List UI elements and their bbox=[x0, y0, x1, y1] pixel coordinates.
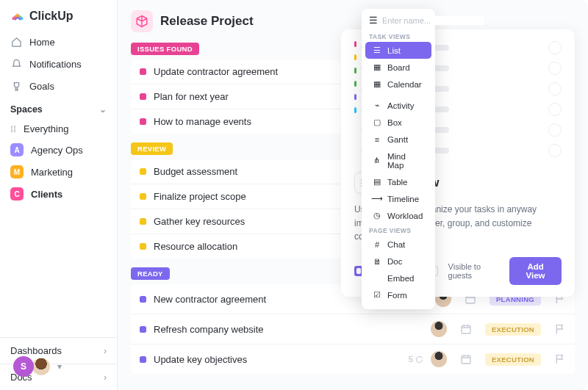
view-option-label: Calendar bbox=[387, 80, 422, 89]
status-pill[interactable]: REVIEW bbox=[131, 142, 173, 155]
view-option-workload[interactable]: ◷Workload bbox=[365, 207, 431, 224]
workload-icon: ◷ bbox=[373, 212, 381, 220]
user-avatar-stack[interactable]: S ▾ bbox=[13, 356, 62, 377]
view-option-doc[interactable]: 🗎Doc bbox=[365, 253, 431, 270]
clickup-logo-icon bbox=[10, 9, 25, 24]
view-option-embed[interactable]: Embed bbox=[365, 270, 431, 286]
view-option-mind-map[interactable]: ⋔Mind Map bbox=[365, 148, 431, 173]
task-list: New contractor agreement PLANNING Refres… bbox=[131, 284, 575, 374]
embed-icon bbox=[373, 274, 381, 283]
view-name-input[interactable] bbox=[382, 16, 484, 25]
task-row[interactable]: Update key objectives 5 EXECUTION bbox=[131, 344, 575, 374]
brand-logo[interactable]: ClickUp bbox=[0, 0, 117, 31]
chevron-right-icon: › bbox=[104, 372, 107, 383]
project-title: Release Project bbox=[160, 14, 254, 29]
activity-icon: ⌁ bbox=[373, 101, 381, 110]
task-row[interactable]: Refresh company website EXECUTION bbox=[131, 314, 575, 344]
view-option-label: Doc bbox=[387, 257, 402, 266]
status-pill[interactable]: READY bbox=[131, 267, 170, 280]
status-square bbox=[140, 68, 146, 75]
chevron-right-icon: › bbox=[104, 346, 107, 356]
stage-pill[interactable]: EXECUTION bbox=[485, 353, 541, 366]
main-content: Release Project ISSUES FOUND Update cont… bbox=[118, 0, 588, 390]
status-square bbox=[140, 243, 146, 250]
status-square bbox=[140, 218, 146, 225]
chevron-down-icon: ▾ bbox=[57, 361, 62, 372]
status-square bbox=[140, 93, 146, 100]
nav-goals[interactable]: Goals bbox=[0, 75, 117, 97]
space-item-clients[interactable]: CClients bbox=[0, 183, 117, 205]
view-option-chat[interactable]: #Chat bbox=[365, 236, 431, 253]
space-everything[interactable]: ⁞⁞ Everything bbox=[0, 119, 117, 139]
grid-icon: ⁞⁞ bbox=[10, 123, 16, 134]
status-square bbox=[140, 356, 146, 363]
list-icon: ☰ bbox=[373, 46, 381, 55]
bell-icon bbox=[10, 58, 22, 70]
view-option-list[interactable]: ☰List bbox=[365, 42, 431, 59]
gantt-icon: ≡ bbox=[373, 135, 381, 144]
spaces-header[interactable]: Spaces ⌄ bbox=[0, 97, 117, 119]
status-square bbox=[140, 193, 146, 200]
view-picker-dropdown: ☰ TASK VIEWS ☰List▦Board▦Calendar ⌁Activ… bbox=[362, 9, 435, 309]
view-option-gantt[interactable]: ≡Gantt bbox=[365, 131, 431, 148]
calendar-icon[interactable] bbox=[460, 353, 472, 365]
view-option-label: Chat bbox=[387, 240, 405, 249]
svg-rect-1 bbox=[462, 325, 470, 333]
status-square bbox=[140, 118, 146, 125]
box-icon: ▢ bbox=[373, 118, 381, 127]
chevron-down-icon: ⌄ bbox=[99, 104, 107, 115]
space-label: Agency Ops bbox=[31, 145, 83, 156]
list-icon: ☰ bbox=[369, 15, 378, 26]
task-name: Refresh company website bbox=[154, 324, 423, 335]
sidebar: ClickUp Home Notifications Goals Spaces … bbox=[0, 0, 118, 390]
view-option-label: Box bbox=[387, 118, 402, 127]
view-option-table[interactable]: ▤Table bbox=[365, 173, 431, 190]
project-icon bbox=[131, 10, 153, 32]
space-label: Clients bbox=[31, 189, 62, 200]
svg-rect-2 bbox=[462, 355, 470, 364]
view-option-activity[interactable]: ⌁Activity bbox=[365, 97, 431, 114]
assignee-avatar[interactable] bbox=[431, 321, 447, 337]
table-icon: ▤ bbox=[373, 178, 381, 187]
user-initial-avatar: S bbox=[13, 356, 34, 377]
view-option-label: Table bbox=[387, 178, 408, 187]
status-square bbox=[140, 168, 146, 175]
calendar-icon: ▦ bbox=[373, 80, 381, 89]
user-photo-avatar bbox=[31, 356, 51, 377]
assignee-avatar[interactable] bbox=[431, 351, 447, 367]
view-option-label: List bbox=[387, 46, 401, 55]
add-view-button[interactable]: Add View bbox=[509, 257, 562, 285]
space-color-badge: M bbox=[10, 165, 24, 178]
view-option-box[interactable]: ▢Box bbox=[365, 114, 431, 131]
space-item-marketing[interactable]: MMarketing bbox=[0, 161, 117, 183]
brand-name: ClickUp bbox=[29, 10, 74, 23]
timeline-icon: ⟶ bbox=[373, 195, 381, 203]
flag-icon[interactable] bbox=[554, 323, 566, 335]
flag-icon[interactable] bbox=[554, 353, 566, 365]
nav-notifications[interactable]: Notifications bbox=[0, 53, 117, 75]
mind-map-icon: ⋔ bbox=[373, 156, 381, 165]
view-option-board[interactable]: ▦Board bbox=[365, 59, 431, 76]
view-option-timeline[interactable]: ⟶Timeline bbox=[365, 190, 431, 207]
status-pill[interactable]: ISSUES FOUND bbox=[131, 43, 199, 55]
trophy-icon bbox=[10, 80, 22, 92]
task-name: Update key objectives bbox=[154, 354, 401, 365]
status-square bbox=[140, 326, 146, 333]
space-color-badge: A bbox=[10, 143, 24, 156]
view-option-label: Gantt bbox=[387, 135, 408, 144]
nav-home[interactable]: Home bbox=[0, 31, 117, 53]
status-square bbox=[140, 296, 146, 303]
form-icon: ☑ bbox=[373, 291, 381, 300]
svg-rect-0 bbox=[466, 295, 475, 303]
view-option-form[interactable]: ☑Form bbox=[365, 286, 431, 303]
view-option-label: Timeline bbox=[387, 195, 419, 203]
subtask-count: 5 bbox=[409, 355, 423, 364]
view-option-label: Workload bbox=[387, 212, 423, 220]
space-color-badge: C bbox=[10, 187, 24, 201]
space-item-agency-ops[interactable]: AAgency Ops bbox=[0, 139, 117, 161]
view-option-label: Embed bbox=[387, 274, 414, 283]
task-views-label: TASK VIEWS bbox=[362, 30, 435, 42]
stage-pill[interactable]: EXECUTION bbox=[485, 323, 541, 336]
view-option-calendar[interactable]: ▦Calendar bbox=[365, 76, 431, 93]
calendar-icon[interactable] bbox=[460, 323, 472, 335]
